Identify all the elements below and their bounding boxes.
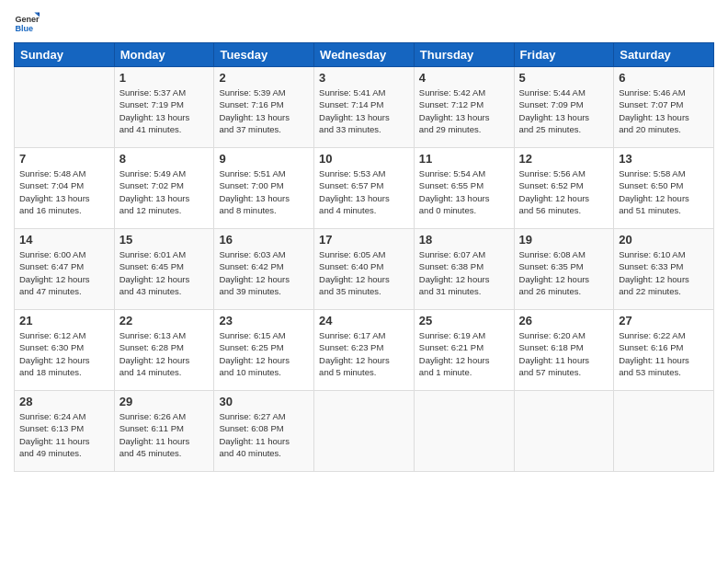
calendar-cell: 5Sunrise: 5:44 AM Sunset: 7:09 PM Daylig… (514, 67, 614, 148)
weekday-header-monday: Monday (114, 43, 214, 67)
day-info: Sunrise: 6:24 AM Sunset: 6:13 PM Dayligh… (19, 410, 109, 459)
calendar-cell: 27Sunrise: 6:22 AM Sunset: 6:16 PM Dayli… (614, 310, 714, 391)
calendar-cell: 24Sunrise: 6:17 AM Sunset: 6:23 PM Dayli… (314, 310, 415, 391)
day-number: 10 (319, 152, 409, 166)
day-info: Sunrise: 6:10 AM Sunset: 6:33 PM Dayligh… (619, 248, 709, 297)
calendar-week-row: 1Sunrise: 5:37 AM Sunset: 7:19 PM Daylig… (15, 67, 714, 148)
calendar-cell: 10Sunrise: 5:53 AM Sunset: 6:57 PM Dayli… (314, 148, 415, 229)
day-info: Sunrise: 5:44 AM Sunset: 7:09 PM Dayligh… (519, 86, 609, 135)
calendar-cell: 12Sunrise: 5:56 AM Sunset: 6:52 PM Dayli… (514, 148, 614, 229)
calendar-cell: 21Sunrise: 6:12 AM Sunset: 6:30 PM Dayli… (15, 310, 115, 391)
day-info: Sunrise: 5:53 AM Sunset: 6:57 PM Dayligh… (319, 167, 409, 216)
calendar-cell: 6Sunrise: 5:46 AM Sunset: 7:07 PM Daylig… (614, 67, 714, 148)
calendar-cell: 17Sunrise: 6:05 AM Sunset: 6:40 PM Dayli… (314, 229, 415, 310)
day-number: 25 (419, 314, 509, 327)
calendar-cell: 23Sunrise: 6:15 AM Sunset: 6:25 PM Dayli… (214, 310, 314, 391)
calendar-cell: 9Sunrise: 5:51 AM Sunset: 7:00 PM Daylig… (214, 148, 314, 229)
calendar-cell: 3Sunrise: 5:41 AM Sunset: 7:14 PM Daylig… (314, 67, 415, 148)
calendar-cell (614, 391, 714, 472)
day-info: Sunrise: 5:58 AM Sunset: 6:50 PM Dayligh… (619, 167, 709, 216)
day-info: Sunrise: 6:12 AM Sunset: 6:30 PM Dayligh… (19, 329, 109, 378)
day-info: Sunrise: 5:48 AM Sunset: 7:04 PM Dayligh… (19, 167, 109, 216)
day-number: 30 (219, 395, 309, 408)
day-info: Sunrise: 6:03 AM Sunset: 6:42 PM Dayligh… (219, 248, 309, 297)
day-number: 7 (19, 152, 109, 166)
logo: General Blue (14, 9, 40, 35)
calendar-cell: 29Sunrise: 6:26 AM Sunset: 6:11 PM Dayli… (114, 391, 214, 472)
day-number: 26 (519, 314, 609, 327)
calendar-week-row: 28Sunrise: 6:24 AM Sunset: 6:13 PM Dayli… (15, 391, 714, 472)
day-info: Sunrise: 5:54 AM Sunset: 6:55 PM Dayligh… (419, 167, 509, 216)
day-number: 13 (619, 152, 709, 166)
weekday-header-sunday: Sunday (15, 43, 115, 67)
calendar-table: SundayMondayTuesdayWednesdayThursdayFrid… (14, 42, 714, 472)
calendar-week-row: 21Sunrise: 6:12 AM Sunset: 6:30 PM Dayli… (15, 310, 714, 391)
day-info: Sunrise: 6:05 AM Sunset: 6:40 PM Dayligh… (319, 248, 409, 297)
calendar-cell: 15Sunrise: 6:01 AM Sunset: 6:45 PM Dayli… (114, 229, 214, 310)
day-number: 19 (519, 233, 609, 247)
calendar-cell: 22Sunrise: 6:13 AM Sunset: 6:28 PM Dayli… (114, 310, 214, 391)
svg-text:Blue: Blue (15, 24, 33, 33)
weekday-header-thursday: Thursday (414, 43, 514, 67)
calendar-cell: 30Sunrise: 6:27 AM Sunset: 6:08 PM Dayli… (214, 391, 314, 472)
day-info: Sunrise: 5:51 AM Sunset: 7:00 PM Dayligh… (219, 167, 309, 216)
logo-icon: General Blue (14, 9, 40, 35)
day-number: 8 (119, 152, 210, 166)
day-info: Sunrise: 5:49 AM Sunset: 7:02 PM Dayligh… (119, 167, 210, 216)
calendar-cell: 16Sunrise: 6:03 AM Sunset: 6:42 PM Dayli… (214, 229, 314, 310)
day-info: Sunrise: 6:13 AM Sunset: 6:28 PM Dayligh… (119, 329, 210, 378)
calendar-cell (514, 391, 614, 472)
day-number: 17 (319, 233, 409, 247)
day-number: 12 (519, 152, 609, 166)
day-number: 20 (619, 233, 709, 247)
calendar-cell (414, 391, 514, 472)
day-number: 27 (619, 314, 709, 327)
day-number: 11 (419, 152, 509, 166)
weekday-header-tuesday: Tuesday (214, 43, 314, 67)
calendar-cell: 8Sunrise: 5:49 AM Sunset: 7:02 PM Daylig… (114, 148, 214, 229)
day-number: 6 (619, 71, 709, 85)
day-number: 2 (219, 71, 309, 85)
calendar-week-row: 7Sunrise: 5:48 AM Sunset: 7:04 PM Daylig… (15, 148, 714, 229)
calendar-cell: 13Sunrise: 5:58 AM Sunset: 6:50 PM Dayli… (614, 148, 714, 229)
calendar-cell: 14Sunrise: 6:00 AM Sunset: 6:47 PM Dayli… (15, 229, 115, 310)
day-info: Sunrise: 5:46 AM Sunset: 7:07 PM Dayligh… (619, 86, 709, 135)
day-info: Sunrise: 6:22 AM Sunset: 6:16 PM Dayligh… (619, 329, 709, 378)
weekday-header-wednesday: Wednesday (314, 43, 415, 67)
calendar-cell: 18Sunrise: 6:07 AM Sunset: 6:38 PM Dayli… (414, 229, 514, 310)
day-number: 1 (119, 71, 210, 85)
day-number: 22 (119, 314, 210, 327)
day-number: 3 (319, 71, 409, 85)
calendar-cell: 4Sunrise: 5:42 AM Sunset: 7:12 PM Daylig… (414, 67, 514, 148)
day-info: Sunrise: 6:15 AM Sunset: 6:25 PM Dayligh… (219, 329, 309, 378)
weekday-header-saturday: Saturday (614, 43, 714, 67)
day-number: 9 (219, 152, 309, 166)
day-number: 16 (219, 233, 309, 247)
calendar-cell: 2Sunrise: 5:39 AM Sunset: 7:16 PM Daylig… (214, 67, 314, 148)
day-number: 24 (319, 314, 409, 327)
day-info: Sunrise: 5:37 AM Sunset: 7:19 PM Dayligh… (119, 86, 210, 135)
calendar-header-row: SundayMondayTuesdayWednesdayThursdayFrid… (15, 43, 714, 67)
day-number: 28 (19, 395, 109, 408)
calendar-cell: 19Sunrise: 6:08 AM Sunset: 6:35 PM Dayli… (514, 229, 614, 310)
calendar-cell: 20Sunrise: 6:10 AM Sunset: 6:33 PM Dayli… (614, 229, 714, 310)
calendar-cell (314, 391, 415, 472)
day-info: Sunrise: 6:07 AM Sunset: 6:38 PM Dayligh… (419, 248, 509, 297)
calendar-cell: 11Sunrise: 5:54 AM Sunset: 6:55 PM Dayli… (414, 148, 514, 229)
day-info: Sunrise: 6:26 AM Sunset: 6:11 PM Dayligh… (119, 410, 210, 459)
calendar-cell: 25Sunrise: 6:19 AM Sunset: 6:21 PM Dayli… (414, 310, 514, 391)
day-info: Sunrise: 5:56 AM Sunset: 6:52 PM Dayligh… (519, 167, 609, 216)
day-number: 29 (119, 395, 210, 408)
day-info: Sunrise: 5:42 AM Sunset: 7:12 PM Dayligh… (419, 86, 509, 135)
day-info: Sunrise: 6:00 AM Sunset: 6:47 PM Dayligh… (19, 248, 109, 297)
day-number: 23 (219, 314, 309, 327)
day-number: 21 (19, 314, 109, 327)
day-number: 15 (119, 233, 210, 247)
day-info: Sunrise: 5:41 AM Sunset: 7:14 PM Dayligh… (319, 86, 409, 135)
day-info: Sunrise: 6:19 AM Sunset: 6:21 PM Dayligh… (419, 329, 509, 378)
day-info: Sunrise: 6:01 AM Sunset: 6:45 PM Dayligh… (119, 248, 210, 297)
calendar-week-row: 14Sunrise: 6:00 AM Sunset: 6:47 PM Dayli… (15, 229, 714, 310)
day-info: Sunrise: 6:08 AM Sunset: 6:35 PM Dayligh… (519, 248, 609, 297)
day-number: 5 (519, 71, 609, 85)
day-number: 18 (419, 233, 509, 247)
